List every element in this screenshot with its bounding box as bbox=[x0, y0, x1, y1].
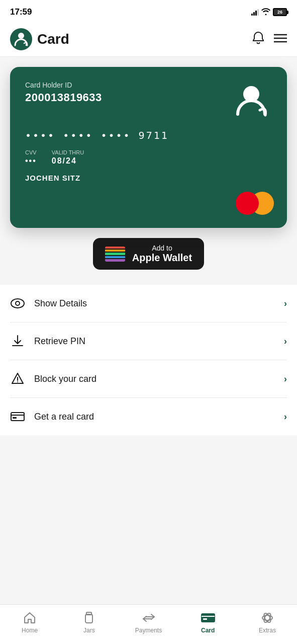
menu-item-retrieve-pin[interactable]: Retrieve PIN › bbox=[10, 323, 287, 360]
card-meta-row: CVV ••• VALID THRU 08/24 bbox=[25, 149, 272, 166]
svg-rect-15 bbox=[202, 614, 215, 622]
chevron-right-icon: › bbox=[284, 412, 287, 422]
wallet-text: Add to Apple Wallet bbox=[132, 244, 192, 264]
card-number: •••• •••• •••• 9711 bbox=[25, 129, 272, 141]
valid-thru-value: 08/24 bbox=[52, 156, 84, 166]
card-cvv: CVV ••• bbox=[25, 149, 37, 166]
payments-icon bbox=[142, 611, 156, 625]
card-container: Card Holder ID 200013819633 •••• •••• ••… bbox=[10, 67, 287, 228]
wallet-apple-label: Apple Wallet bbox=[132, 252, 192, 264]
menu-section: Show Details › Retrieve PIN › Block bbox=[0, 285, 297, 435]
nav-jars-label: Jars bbox=[83, 627, 95, 634]
nav-card[interactable]: Card bbox=[178, 611, 238, 634]
menu-item-get-real-card[interactable]: Get a real card › bbox=[10, 398, 287, 435]
card-app-logo bbox=[229, 79, 274, 124]
nav-home-label: Home bbox=[22, 627, 38, 634]
wallet-icon bbox=[105, 247, 125, 262]
show-details-label: Show Details bbox=[34, 298, 275, 309]
valid-thru-label: VALID THRU bbox=[52, 149, 84, 155]
nav-card-label: Card bbox=[201, 627, 215, 634]
status-time: 17:59 bbox=[10, 7, 32, 17]
header: Card bbox=[0, 22, 297, 57]
nav-extras[interactable]: Extras bbox=[238, 611, 297, 634]
nav-jars[interactable]: Jars bbox=[59, 611, 119, 634]
menu-item-show-details[interactable]: Show Details › bbox=[10, 285, 287, 323]
extras-icon bbox=[260, 611, 274, 625]
svg-rect-17 bbox=[203, 618, 207, 620]
app-logo bbox=[10, 28, 32, 50]
card-nav-icon bbox=[201, 611, 215, 625]
page-title: Card bbox=[37, 31, 69, 47]
retrieve-pin-label: Retrieve PIN bbox=[34, 336, 275, 347]
jars-icon bbox=[82, 611, 96, 625]
svg-rect-13 bbox=[85, 614, 92, 623]
home-icon bbox=[23, 611, 37, 625]
wifi-icon bbox=[261, 8, 270, 17]
eye-icon bbox=[10, 296, 25, 311]
status-bar: 17:59 26 bbox=[0, 0, 297, 22]
credit-card-icon bbox=[10, 409, 25, 424]
wallet-add-to-label: Add to bbox=[132, 244, 192, 252]
chevron-right-icon: › bbox=[284, 374, 287, 384]
svg-point-7 bbox=[16, 301, 20, 305]
nav-payments[interactable]: Payments bbox=[119, 611, 178, 634]
warning-icon bbox=[10, 371, 25, 386]
notification-icon[interactable] bbox=[252, 31, 265, 47]
status-icons: 26 bbox=[251, 8, 287, 17]
svg-point-1 bbox=[18, 33, 24, 39]
cvv-value: ••• bbox=[25, 156, 37, 166]
card-valid-thru: VALID THRU 08/24 bbox=[52, 149, 84, 166]
menu-item-block-card[interactable]: Block your card › bbox=[10, 360, 287, 398]
apple-wallet-container: Add to Apple Wallet bbox=[10, 238, 287, 270]
credit-card: Card Holder ID 200013819633 •••• •••• ••… bbox=[10, 67, 287, 228]
nav-extras-label: Extras bbox=[259, 627, 276, 634]
chevron-right-icon: › bbox=[284, 336, 287, 347]
svg-point-6 bbox=[11, 299, 24, 308]
nav-payments-label: Payments bbox=[135, 627, 162, 634]
svg-point-9 bbox=[17, 381, 18, 382]
download-icon bbox=[10, 334, 25, 349]
get-real-card-label: Get a real card bbox=[34, 412, 275, 422]
header-left: Card bbox=[10, 28, 69, 50]
add-to-apple-wallet-button[interactable]: Add to Apple Wallet bbox=[93, 238, 204, 270]
mastercard-logo bbox=[236, 192, 274, 215]
battery-icon: 26 bbox=[273, 8, 287, 16]
signal-icon bbox=[251, 9, 259, 16]
main-content: Card Holder ID 200013819633 •••• •••• ••… bbox=[0, 57, 297, 496]
bottom-navigation: Home Jars Payments bbox=[0, 604, 297, 644]
nav-home[interactable]: Home bbox=[0, 611, 59, 634]
menu-icon[interactable] bbox=[274, 33, 287, 45]
cvv-label: CVV bbox=[25, 149, 37, 155]
svg-rect-10 bbox=[11, 413, 24, 421]
svg-rect-14 bbox=[86, 612, 91, 615]
block-card-label: Block your card bbox=[34, 374, 275, 384]
chevron-right-icon: › bbox=[284, 298, 287, 309]
svg-rect-12 bbox=[13, 417, 17, 419]
card-holder-name: JOCHEN SITZ bbox=[25, 174, 272, 182]
header-actions bbox=[252, 31, 287, 47]
